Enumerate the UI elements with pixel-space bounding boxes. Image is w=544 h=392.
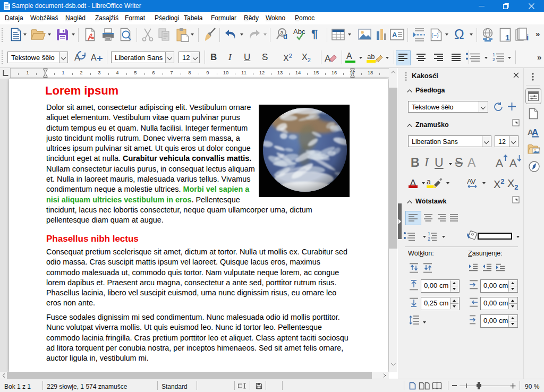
svg-text:Abc: Abc	[293, 28, 305, 36]
svg-text:2: 2	[428, 236, 430, 241]
svg-text:A: A	[392, 31, 397, 39]
svg-text:1: 1	[428, 232, 430, 236]
svg-text:2: 2	[492, 57, 495, 62]
svg-text:1: 1	[505, 33, 509, 42]
svg-text:A: A	[325, 54, 331, 64]
svg-text:i: i	[526, 33, 529, 42]
svg-text:d: d	[283, 32, 287, 40]
svg-text:(−): (−)	[431, 32, 439, 38]
svg-text:A: A	[91, 53, 97, 62]
svg-text:ab: ab	[367, 53, 375, 61]
svg-text:AV: AV	[467, 177, 476, 185]
svg-text:A: A	[532, 127, 538, 138]
svg-text:a: a	[427, 177, 431, 186]
